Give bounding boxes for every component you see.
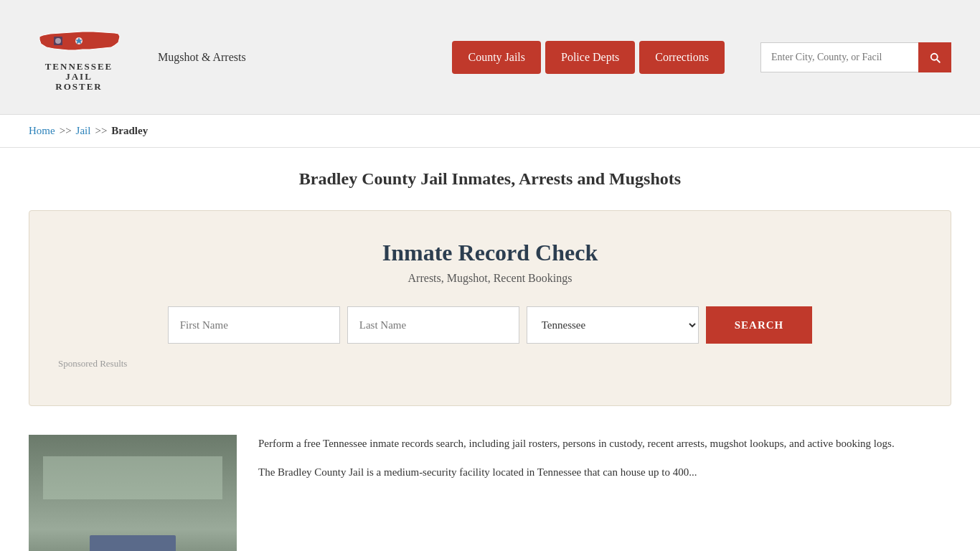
search-icon	[928, 51, 941, 64]
jail-image-inner	[29, 435, 237, 551]
bottom-section: Perform a free Tennessee inmate records …	[29, 428, 951, 551]
record-search-button[interactable]: SEARCH	[706, 306, 813, 344]
corrections-button[interactable]: Corrections	[639, 41, 725, 74]
breadcrumb-current: Bradley	[111, 125, 148, 137]
page-title: Bradley County Jail Inmates, Arrests and…	[29, 169, 951, 189]
tennessee-map-logo	[32, 22, 126, 62]
record-check-box: Inmate Record Check Arrests, Mugshot, Re…	[29, 210, 951, 406]
state-select[interactable]: Tennessee Alabama Georgia Kentucky Missi…	[527, 306, 699, 344]
logo-text: TENNESSEE JAIL ROSTER	[45, 62, 113, 93]
breadcrumb: Home >> Jail >> Bradley	[29, 125, 951, 137]
mugshot-arrests-link[interactable]: Mugshot & Arrests	[158, 51, 246, 64]
logo-area: TENNESSEE JAIL ROSTER	[29, 22, 129, 93]
jail-building-image	[29, 435, 237, 551]
breadcrumb-jail[interactable]: Jail	[76, 125, 91, 137]
police-depts-button[interactable]: Police Depts	[545, 41, 635, 74]
header-search-area	[760, 42, 951, 72]
nav-buttons: County Jails Police Depts Corrections	[452, 41, 725, 74]
svg-point-3	[55, 38, 61, 44]
record-check-subtitle: Arrests, Mugshot, Recent Bookings	[51, 272, 929, 285]
first-name-input[interactable]	[168, 306, 340, 344]
header-search-input[interactable]	[760, 42, 918, 72]
breadcrumb-bar: Home >> Jail >> Bradley	[0, 115, 980, 148]
breadcrumb-sep2: >>	[95, 125, 107, 137]
description-para1: Perform a free Tennessee inmate records …	[258, 435, 951, 453]
record-check-form: Tennessee Alabama Georgia Kentucky Missi…	[51, 306, 929, 344]
sponsored-label: Sponsored Results	[51, 358, 929, 369]
main-content: Bradley County Jail Inmates, Arrests and…	[0, 148, 980, 551]
logo-line3: ROSTER	[45, 82, 113, 92]
logo-line1: TENNESSEE	[45, 62, 113, 72]
header-search-button[interactable]	[918, 42, 951, 72]
record-check-title: Inmate Record Check	[51, 240, 929, 266]
description-text: Perform a free Tennessee inmate records …	[258, 435, 951, 551]
breadcrumb-sep1: >>	[60, 125, 72, 137]
breadcrumb-home[interactable]: Home	[29, 125, 55, 137]
site-header: TENNESSEE JAIL ROSTER Mugshot & Arrests …	[0, 0, 980, 115]
logo-line2: JAIL	[45, 72, 113, 82]
description-para2: The Bradley County Jail is a medium-secu…	[258, 463, 951, 482]
county-jails-button[interactable]: County Jails	[452, 41, 541, 74]
last-name-input[interactable]	[347, 306, 519, 344]
